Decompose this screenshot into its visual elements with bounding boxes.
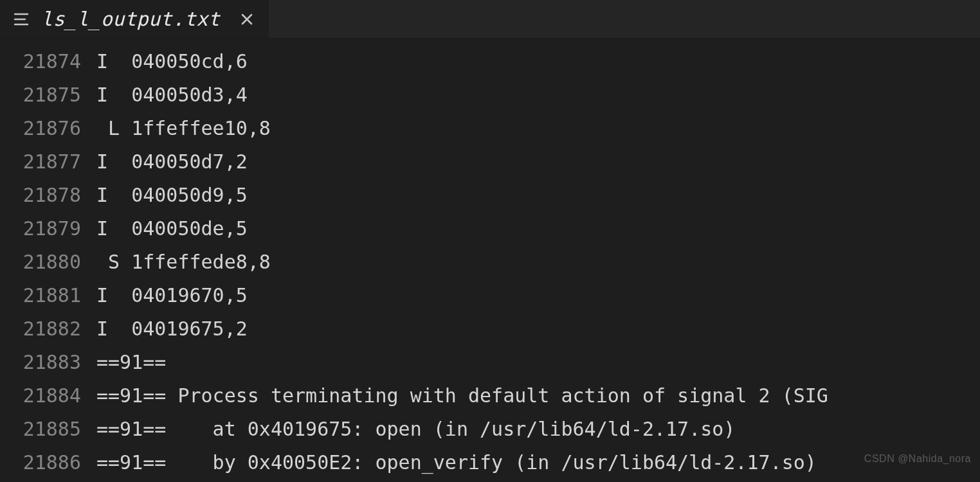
line-number: 21884 [0, 379, 96, 413]
line-number: 21877 [0, 145, 96, 179]
line-number: 21881 [0, 279, 96, 312]
editor-line: 21885==91== at 0x4019675: open (in /usr/… [0, 413, 980, 446]
line-content: I 04019670,5 [96, 279, 980, 312]
line-number: 21880 [0, 245, 96, 279]
editor-line: 21880 S 1ffeffede8,8 [0, 245, 980, 279]
line-content: L 1ffeffee10,8 [96, 112, 980, 145]
editor-line: 21886==91== by 0x40050E2: open_verify (i… [0, 446, 980, 479]
line-number: 21883 [0, 346, 96, 379]
line-number: 21882 [0, 312, 96, 346]
line-content: I 04019675,2 [96, 312, 980, 346]
line-number: 21885 [0, 413, 96, 446]
editor-line: 21878I 040050d9,5 [0, 179, 980, 212]
line-number: 21878 [0, 179, 96, 212]
tab-bar: ls_l_output.txt [0, 0, 980, 39]
line-content: I 040050d3,4 [96, 78, 980, 112]
line-content: ==91== by 0x40050E2: open_verify (in /us… [96, 446, 980, 479]
editor-line: 21883==91== [0, 346, 980, 379]
editor-line: 21884==91== Process terminating with def… [0, 379, 980, 413]
editor-area[interactable]: 21874I 040050cd,621875I 040050d3,421876 … [0, 39, 980, 482]
line-content: I 040050d7,2 [96, 145, 980, 179]
tab-open-file[interactable]: ls_l_output.txt [0, 0, 269, 38]
line-number: 21876 [0, 112, 96, 145]
text-lines-icon [13, 11, 30, 28]
line-content: ==91== at 0x4019675: open (in /usr/lib64… [96, 413, 980, 446]
line-number: 21879 [0, 212, 96, 245]
tab-title: ls_l_output.txt [41, 8, 220, 30]
line-content: I 040050d9,5 [96, 179, 980, 212]
line-content: ==91== [96, 346, 980, 379]
line-content: S 1ffeffede8,8 [96, 245, 980, 279]
close-icon[interactable] [238, 10, 256, 28]
editor-line: 21877I 040050d7,2 [0, 145, 980, 179]
line-content: I 040050cd,6 [96, 45, 980, 78]
line-content: ==91== Process terminating with default … [96, 379, 980, 413]
editor-line: 21881I 04019670,5 [0, 279, 980, 312]
lines-container: 21874I 040050cd,621875I 040050d3,421876 … [0, 45, 980, 479]
editor-line: 21882I 04019675,2 [0, 312, 980, 346]
line-number: 21874 [0, 45, 96, 78]
line-number: 21875 [0, 78, 96, 112]
line-content: I 040050de,5 [96, 212, 980, 245]
editor-line: 21874I 040050cd,6 [0, 45, 980, 78]
editor-line: 21876 L 1ffeffee10,8 [0, 112, 980, 145]
line-number: 21886 [0, 446, 96, 479]
editor-line: 21879I 040050de,5 [0, 212, 980, 245]
editor-line: 21875I 040050d3,4 [0, 78, 980, 112]
